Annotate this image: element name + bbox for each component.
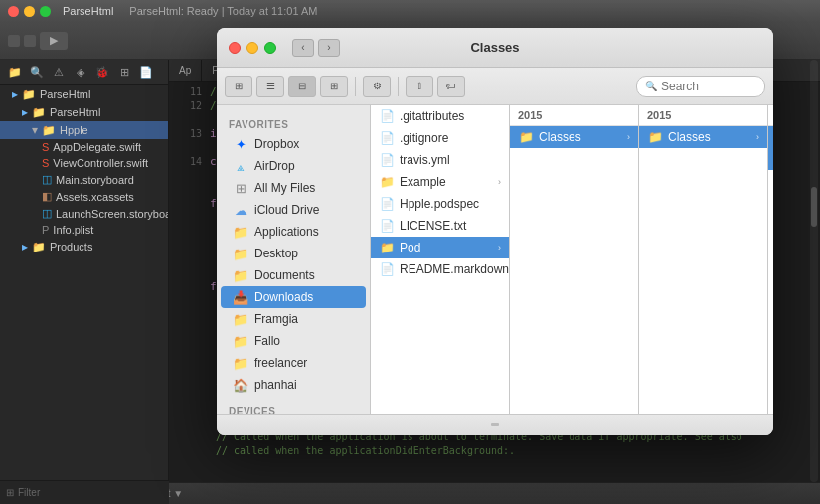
nav-warn-icon[interactable]: ⚠ bbox=[50, 64, 68, 82]
finder-action-btn[interactable]: ⚙ bbox=[363, 76, 391, 97]
col4-xpathquery-h[interactable]: H XPathQuery.h bbox=[768, 214, 773, 236]
sidebar-item-airdrop[interactable]: ⟁ AirDrop bbox=[221, 155, 366, 177]
file-icon-podspec: 📄 bbox=[379, 196, 395, 212]
col2-classes[interactable]: 📁 Classes › bbox=[510, 126, 638, 148]
finder-statusbar bbox=[217, 414, 773, 435]
finder-sidebar: Favorites ✦ Dropbox ⟁ AirDrop ⊞ All My F… bbox=[217, 105, 371, 414]
finder-back-button[interactable]: ‹ bbox=[292, 39, 314, 57]
nav-tree-infoplist[interactable]: P Info.plist bbox=[0, 222, 168, 238]
xcode-filter-bar: ⊞ Filter bbox=[0, 480, 169, 482]
xcode-maximize-button[interactable] bbox=[40, 6, 51, 17]
finder-traffic-lights bbox=[229, 42, 276, 54]
finder-share-btn[interactable]: ⇧ bbox=[406, 76, 433, 97]
xcode-status: ParseHtml: Ready | Today at 11:01 AM bbox=[129, 5, 317, 17]
nav-tree-appdelegate[interactable]: S AppDelegate.swift bbox=[0, 139, 168, 155]
col4-tfhppleelement-m[interactable]: M TFHppleElement.m bbox=[768, 192, 773, 214]
finder-toolbar: ⊞ ☰ ⊟ ⊞ ⚙ ⇧ 🏷 🔍 bbox=[217, 68, 773, 105]
finder-cover-flow-btn[interactable]: ⊞ bbox=[320, 76, 348, 97]
nav-tree-hpple[interactable]: ▾ 📁 Hpple bbox=[0, 121, 168, 139]
finder-icon-view-btn[interactable]: ⊞ bbox=[225, 76, 252, 97]
nav-tree-products[interactable]: ▸ 📁 Products bbox=[0, 238, 168, 255]
sidebar-item-documents[interactable]: 📁 Documents bbox=[221, 264, 366, 286]
col1-example[interactable]: 📁 Example › bbox=[371, 171, 509, 193]
nav-tree-launchscreen[interactable]: ◫ LaunchScreen.storyboard bbox=[0, 205, 168, 222]
nav-debug-icon[interactable]: 🐞 bbox=[93, 64, 111, 82]
finder-minimize-button[interactable] bbox=[246, 42, 258, 54]
finder-maximize-button[interactable] bbox=[264, 42, 276, 54]
col4-header: 2015 bbox=[768, 105, 773, 126]
xcode-titlebar: ParseHtml ParseHtml: Ready | Today at 11… bbox=[0, 0, 820, 22]
finder-list-view-btn[interactable]: ☰ bbox=[256, 76, 284, 97]
finder-content: Favorites ✦ Dropbox ⟁ AirDrop ⊞ All My F… bbox=[217, 105, 773, 414]
xcode-navigator: 📁 🔍 ⚠ ◈ 🐞 ⊞ 📄 ▸ 📁 ParseHtml ▸ 📁 bbox=[0, 60, 169, 482]
xcode-close-button[interactable] bbox=[8, 6, 19, 17]
finder-search-box[interactable]: 🔍 bbox=[636, 76, 765, 97]
sidebar-item-icloud[interactable]: ☁ iCloud Drive bbox=[221, 199, 366, 221]
col1-gitattributes[interactable]: 📄 .gitattributes bbox=[371, 105, 509, 127]
editor-scrollbar[interactable] bbox=[810, 60, 818, 482]
fallo-label: Fallo bbox=[254, 334, 280, 348]
col4-tfhpple-h[interactable]: H TFHpple.h bbox=[768, 126, 773, 148]
sidebar-item-all-files[interactable]: ⊞ All My Files bbox=[221, 177, 366, 199]
sidebar-item-downloads[interactable]: 📥 Downloads bbox=[221, 286, 366, 308]
xcode-toolbar-btn2[interactable] bbox=[24, 35, 36, 47]
finder-tag-btn[interactable]: 🏷 bbox=[437, 76, 465, 97]
framgia-label: Framgia bbox=[254, 312, 298, 326]
dropbox-label: Dropbox bbox=[254, 137, 299, 151]
tab-ap[interactable]: Ap bbox=[169, 60, 202, 82]
xcode-minimize-button[interactable] bbox=[24, 6, 35, 17]
finder-column-view-btn[interactable]: ⊟ bbox=[288, 76, 316, 97]
col1-readme[interactable]: 📄 README.markdown bbox=[371, 258, 509, 280]
column-4: 2015 H TFHpple.h M TFHpple.m H TFHppleEl… bbox=[768, 105, 773, 414]
nav-report-icon[interactable]: 📄 bbox=[137, 64, 155, 82]
nav-tree-mainstoryboard[interactable]: ◫ Main.storyboard bbox=[0, 171, 168, 188]
finder-search-input[interactable] bbox=[661, 80, 756, 93]
nav-tree-assets[interactable]: ◧ Assets.xcassets bbox=[0, 188, 168, 205]
folder-icon-col3-classes: 📁 bbox=[647, 129, 663, 145]
col3-chevron: › bbox=[756, 132, 759, 142]
col4-tfhpple-m[interactable]: M TFHpple.m bbox=[768, 148, 773, 170]
file-icon-license: 📄 bbox=[379, 218, 395, 234]
nav-tree-parsehtml-root[interactable]: ▸ 📁 ParseHtml bbox=[0, 85, 168, 103]
finder-dialog: ‹ › Classes ⊞ ☰ ⊟ ⊞ ⚙ ⇧ 🏷 🔍 bbox=[217, 28, 773, 435]
statusbar-divider bbox=[491, 423, 499, 426]
dropbox-icon: ✦ bbox=[233, 136, 248, 152]
nav-tree-parsehtml[interactable]: ▸ 📁 ParseHtml bbox=[0, 103, 168, 121]
nav-tree-viewcontroller[interactable]: S ViewController.swift bbox=[0, 155, 168, 171]
nav-search-icon[interactable]: 🔍 bbox=[28, 64, 46, 82]
finder-columns: 📄 .gitattributes 📄 .gitignore 📄 travis.y… bbox=[371, 105, 773, 414]
nav-folder-icon[interactable]: 📁 bbox=[6, 64, 24, 82]
sidebar-item-dropbox[interactable]: ✦ Dropbox bbox=[221, 133, 366, 155]
downloads-folder-icon: 📥 bbox=[233, 289, 248, 305]
devices-section-title: Devices bbox=[217, 400, 370, 414]
sidebar-item-framgia[interactable]: 📁 Framgia bbox=[221, 308, 366, 330]
col3-header: 2015 bbox=[639, 105, 767, 126]
sidebar-item-fallo[interactable]: 📁 Fallo bbox=[221, 330, 366, 352]
airdrop-label: AirDrop bbox=[254, 159, 295, 173]
xcode-traffic-lights bbox=[8, 6, 51, 17]
xcode-run-btn[interactable]: ▶ bbox=[40, 32, 68, 50]
col1-travis[interactable]: 📄 travis.yml bbox=[371, 149, 509, 171]
file-icon-gitignore: 📄 bbox=[379, 130, 395, 146]
col1-hpple-podspec[interactable]: 📄 Hpple.podspec bbox=[371, 193, 509, 215]
col4-xpathquery-m[interactable]: M XPathQuery.m bbox=[768, 236, 773, 257]
sidebar-item-freelancer[interactable]: 📁 freelancer bbox=[221, 352, 366, 374]
nav-test-icon[interactable]: ◈ bbox=[72, 64, 89, 82]
all-files-icon: ⊞ bbox=[233, 180, 248, 196]
finder-forward-button[interactable]: › bbox=[318, 39, 340, 57]
sidebar-item-desktop[interactable]: 📁 Desktop bbox=[221, 243, 366, 264]
col1-gitignore[interactable]: 📄 .gitignore bbox=[371, 127, 509, 149]
col3-classes[interactable]: 📁 Classes › bbox=[639, 126, 767, 148]
xcode-nav-top: 📁 🔍 ⚠ ◈ 🐞 ⊞ 📄 bbox=[0, 60, 168, 85]
documents-label: Documents bbox=[254, 268, 315, 282]
col1-license[interactable]: 📄 LICENSE.txt bbox=[371, 215, 509, 237]
xcode-title: ParseHtml bbox=[63, 5, 113, 17]
xcode-toolbar-btn[interactable] bbox=[8, 35, 20, 47]
sidebar-item-applications[interactable]: 📁 Applications bbox=[221, 221, 366, 243]
col1-pod[interactable]: 📁 Pod › bbox=[371, 237, 509, 258]
finder-title: Classes bbox=[470, 40, 519, 55]
nav-source-icon[interactable]: ⊞ bbox=[115, 64, 133, 82]
sidebar-item-phanhai[interactable]: 🏠 phanhai bbox=[221, 374, 366, 396]
finder-close-button[interactable] bbox=[229, 42, 241, 54]
col4-tfhppleelement-h[interactable]: H TFHppleElement.h bbox=[768, 170, 773, 192]
